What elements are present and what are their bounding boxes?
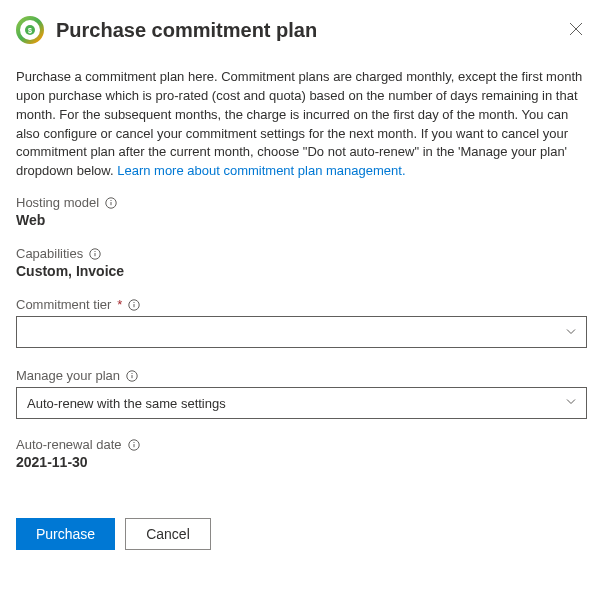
hosting-model-value: Web: [16, 212, 587, 228]
panel-header: $ Purchase commitment plan: [16, 16, 587, 44]
footer-actions: Purchase Cancel: [16, 518, 587, 550]
svg-rect-7: [111, 200, 112, 201]
description-body: Purchase a commitment plan here. Commitm…: [16, 69, 582, 178]
svg-rect-19: [133, 442, 134, 443]
svg-rect-6: [111, 202, 112, 205]
info-icon[interactable]: [128, 299, 140, 311]
manage-plan-label: Manage your plan: [16, 368, 120, 383]
info-icon[interactable]: [89, 248, 101, 260]
auto-renewal-date-field: Auto-renewal date 2021-11-30: [16, 437, 587, 470]
hosting-model-label: Hosting model: [16, 195, 99, 210]
purchase-button[interactable]: Purchase: [16, 518, 115, 550]
close-button[interactable]: [565, 18, 587, 43]
capabilities-label: Capabilities: [16, 246, 83, 261]
commitment-tier-select[interactable]: [16, 316, 587, 348]
info-icon[interactable]: [105, 197, 117, 209]
info-icon[interactable]: [126, 370, 138, 382]
manage-plan-field: Manage your plan Auto-renew with the sam…: [16, 368, 587, 419]
svg-rect-18: [133, 444, 134, 447]
required-indicator: *: [117, 297, 122, 312]
auto-renewal-date-value: 2021-11-30: [16, 454, 587, 470]
info-icon[interactable]: [128, 439, 140, 451]
learn-more-link[interactable]: Learn more about commitment plan managem…: [117, 163, 405, 178]
svg-rect-15: [132, 375, 133, 378]
commitment-plan-icon: $: [16, 16, 44, 44]
commitment-tier-label: Commitment tier: [16, 297, 111, 312]
svg-rect-16: [132, 373, 133, 374]
svg-text:$: $: [28, 27, 32, 35]
svg-rect-9: [95, 253, 96, 256]
svg-rect-12: [134, 304, 135, 307]
cancel-button[interactable]: Cancel: [125, 518, 211, 550]
commitment-tier-field: Commitment tier *: [16, 297, 587, 350]
svg-rect-13: [134, 302, 135, 303]
hosting-model-field: Hosting model Web: [16, 195, 587, 228]
description-text: Purchase a commitment plan here. Commitm…: [16, 68, 587, 181]
auto-renewal-date-label: Auto-renewal date: [16, 437, 122, 452]
svg-rect-10: [95, 251, 96, 252]
capabilities-field: Capabilities Custom, Invoice: [16, 246, 587, 279]
capabilities-value: Custom, Invoice: [16, 263, 587, 279]
manage-plan-select[interactable]: Auto-renew with the same settings: [16, 387, 587, 419]
panel-title: Purchase commitment plan: [56, 19, 317, 42]
header-left: $ Purchase commitment plan: [16, 16, 317, 44]
close-icon: [569, 22, 583, 39]
